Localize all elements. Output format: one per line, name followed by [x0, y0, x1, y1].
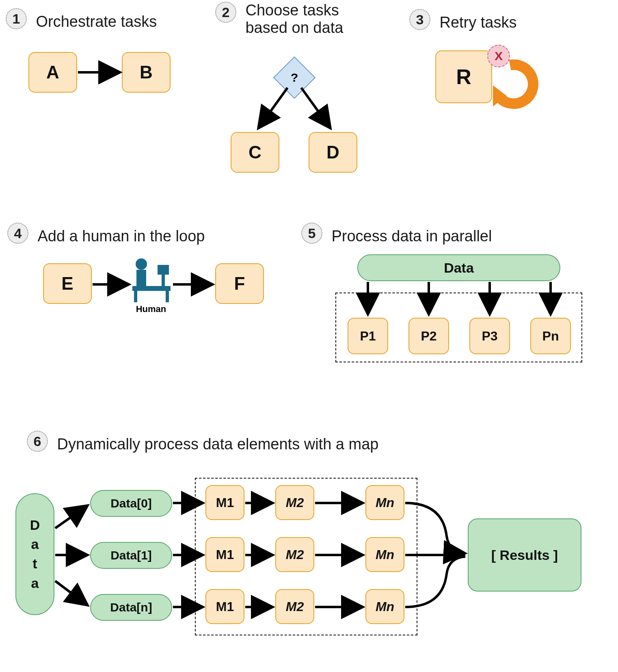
- section-retry: 3 Retry tasks: [409, 9, 517, 31]
- svg-rect-6: [158, 265, 169, 275]
- task-a: A: [28, 52, 77, 93]
- svg-rect-4: [136, 270, 146, 286]
- title-6: Dynamically process data elements with a…: [57, 436, 378, 453]
- task-b: B: [122, 52, 171, 93]
- section-orchestrate: 1 Orchestrate tasks: [6, 8, 157, 30]
- svg-line-2: [301, 88, 331, 128]
- title-4: Add a human in the loop: [37, 228, 205, 245]
- data-input: D a t a: [15, 493, 54, 615]
- badge-4: 4: [7, 223, 28, 244]
- title-2: Choose tasks based on data: [245, 2, 367, 37]
- title-1: Orchestrate tasks: [36, 13, 157, 30]
- results-box: [ Results ]: [468, 518, 581, 592]
- badge-6: 6: [27, 431, 48, 452]
- task-p2: P2: [408, 318, 449, 354]
- mn-r2: Mn: [365, 589, 404, 624]
- badge-1: 1: [6, 8, 27, 29]
- svg-rect-9: [166, 291, 169, 302]
- svg-line-1: [258, 88, 287, 128]
- title-3: Retry tasks: [439, 14, 516, 31]
- mn-r0: Mn: [365, 485, 404, 520]
- task-p1: P1: [348, 318, 388, 354]
- task-p3: P3: [469, 318, 510, 354]
- decision-node: ?: [279, 63, 309, 93]
- section-human: 4 Add a human in the loop: [7, 223, 205, 245]
- m2-r1: M2: [275, 537, 314, 572]
- m1-r2: M1: [205, 589, 244, 624]
- data-row-0: Data[0]: [90, 490, 172, 517]
- badge-2: 2: [215, 2, 236, 23]
- m1-r1: M1: [205, 537, 244, 572]
- task-e: E: [43, 263, 92, 304]
- svg-point-3: [136, 258, 147, 270]
- badge-3: 3: [409, 9, 430, 30]
- fail-badge: X: [487, 45, 510, 67]
- task-d: D: [309, 132, 357, 173]
- section-parallel: 5 Process data in parallel: [301, 223, 492, 245]
- task-pn: Pn: [530, 318, 571, 354]
- svg-rect-5: [132, 286, 171, 291]
- section-map: 6 Dynamically process data elements with…: [27, 431, 378, 453]
- data-row-1: Data[1]: [90, 542, 172, 569]
- m2-r0: M2: [275, 485, 314, 520]
- decision-label: ?: [291, 71, 298, 85]
- title-5: Process data in parallel: [331, 228, 492, 245]
- mn-r1: Mn: [365, 537, 404, 572]
- human-label: Human: [131, 304, 171, 314]
- task-c: C: [231, 132, 279, 173]
- m1-r0: M1: [205, 485, 244, 520]
- svg-line-16: [55, 505, 88, 528]
- task-f: F: [215, 263, 264, 304]
- svg-rect-7: [162, 275, 165, 286]
- task-r: R: [435, 50, 492, 103]
- data-pill: Data: [357, 254, 560, 281]
- svg-rect-8: [134, 291, 137, 302]
- badge-5: 5: [301, 223, 322, 244]
- section-choose: 2 Choose tasks based on data: [215, 2, 370, 37]
- svg-line-18: [55, 581, 88, 605]
- data-row-n: Data[n]: [90, 594, 172, 621]
- m2-r2: M2: [275, 589, 314, 624]
